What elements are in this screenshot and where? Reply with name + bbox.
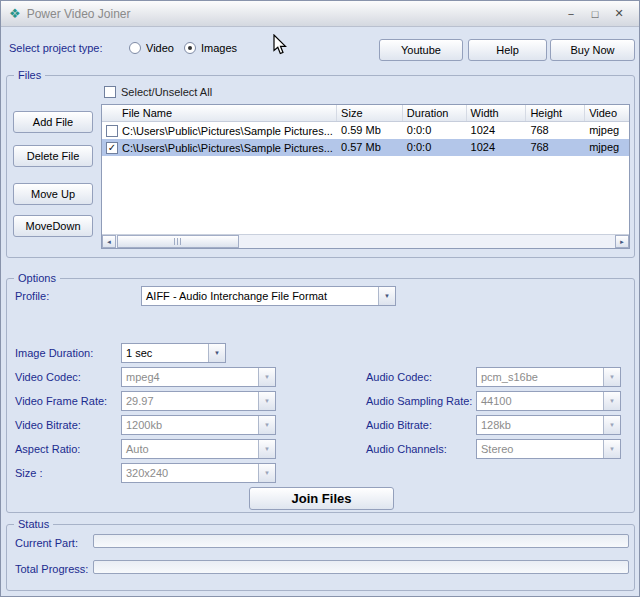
- minimize-button[interactable]: −: [559, 8, 583, 20]
- current-part-label: Current Part:: [15, 537, 78, 549]
- aspect-ratio-value: Auto: [122, 440, 258, 458]
- profile-value: AIFF - Audio Interchange File Format: [142, 287, 378, 305]
- audio-channels-label: Audio Channels:: [366, 443, 447, 455]
- audio-codec-value: pcm_s16be: [477, 368, 603, 386]
- youtube-button[interactable]: Youtube: [379, 39, 463, 61]
- column-header-size[interactable]: Size: [337, 105, 403, 121]
- audio-channels-select: Stereo ▼: [476, 439, 621, 459]
- total-progress-progressbar: [93, 560, 629, 574]
- video-bitrate-select: 1200kb ▼: [121, 415, 276, 435]
- radio-images[interactable]: Images: [184, 41, 237, 55]
- video-codec-cell: mjpeg: [585, 139, 629, 156]
- image-duration-label: Image Duration:: [15, 347, 93, 359]
- file-path-text: C:\Users\Public\Pictures\Sample Pictures…: [122, 140, 333, 156]
- file-path-text: C:\Users\Public\Pictures\Sample Pictures…: [122, 123, 333, 139]
- move-up-button[interactable]: Move Up: [13, 183, 93, 205]
- app-icon: ❖: [9, 6, 21, 21]
- chevron-down-icon: ▼: [258, 464, 275, 482]
- row-checkbox[interactable]: ✓: [106, 125, 118, 137]
- chevron-down-icon: ▼: [603, 392, 620, 410]
- width-cell: 1024: [467, 139, 527, 156]
- audio-bitrate-value: 128kb: [477, 416, 603, 434]
- window-title: Power Video Joiner: [27, 7, 559, 21]
- column-header-height[interactable]: Height: [526, 105, 585, 121]
- video-bitrate-value: 1200kb: [122, 416, 258, 434]
- chevron-down-icon[interactable]: ▼: [208, 344, 225, 362]
- checkbox-icon: ✓: [104, 86, 116, 98]
- size-select: 320x240 ▼: [121, 463, 276, 483]
- audio-sampling-rate-select: 44100 ▼: [476, 391, 621, 411]
- power-video-joiner-window: ❖ Power Video Joiner − □ ✕ Select projec…: [0, 0, 640, 597]
- video-bitrate-label: Video Bitrate:: [15, 419, 81, 431]
- help-button[interactable]: Help: [468, 39, 547, 61]
- audio-codec-label: Audio Codec:: [366, 371, 432, 383]
- size-cell: 0.59 Mb: [337, 122, 403, 139]
- aspect-ratio-select: Auto ▼: [121, 439, 276, 459]
- audio-bitrate-select: 128kb ▼: [476, 415, 621, 435]
- chevron-down-icon[interactable]: ▼: [378, 287, 395, 305]
- titlebar[interactable]: ❖ Power Video Joiner − □ ✕: [1, 1, 639, 27]
- radio-video-label: Video: [146, 42, 174, 54]
- width-cell: 1024: [467, 122, 527, 139]
- h-scrollbar[interactable]: ◄ ►: [102, 234, 629, 248]
- delete-file-button[interactable]: Delete File: [13, 145, 93, 167]
- row-checkbox[interactable]: ✓: [106, 142, 118, 154]
- select-all-label: Select/Unselect All: [121, 86, 212, 98]
- size-cell: 0.57 Mb: [337, 139, 403, 156]
- size-label: Size :: [15, 467, 43, 479]
- column-header-duration[interactable]: Duration: [403, 105, 467, 121]
- select-all-checkbox[interactable]: ✓ Select/Unselect All: [104, 85, 212, 99]
- duration-cell: 0:0:0: [403, 122, 467, 139]
- profile-select[interactable]: AIFF - Audio Interchange File Format ▼: [141, 286, 396, 306]
- chevron-down-icon: ▼: [258, 368, 275, 386]
- status-group-label: Status: [14, 518, 53, 530]
- table-row[interactable]: ✓ C:\Users\Public\Pictures\Sample Pictur…: [102, 139, 629, 156]
- scroll-left-icon[interactable]: ◄: [102, 235, 116, 248]
- image-duration-select[interactable]: 1 sec ▼: [121, 343, 226, 363]
- join-files-button[interactable]: Join Files: [249, 487, 394, 510]
- table-row[interactable]: ✓ C:\Users\Public\Pictures\Sample Pictur…: [102, 122, 629, 139]
- column-header-file-name[interactable]: File Name: [102, 105, 337, 121]
- audio-channels-value: Stereo: [477, 440, 603, 458]
- radio-video[interactable]: Video: [129, 41, 174, 55]
- file-name-cell: ✓ C:\Users\Public\Pictures\Sample Pictur…: [102, 122, 337, 139]
- video-frame-rate-select: 29.97 ▼: [121, 391, 276, 411]
- buy-now-button[interactable]: Buy Now: [550, 39, 635, 61]
- file-name-cell: ✓ C:\Users\Public\Pictures\Sample Pictur…: [102, 139, 337, 156]
- checkmark-icon: ✓: [108, 143, 116, 153]
- scrollbar-thumb[interactable]: [117, 235, 239, 248]
- maximize-button[interactable]: □: [583, 8, 607, 20]
- audio-sampling-rate-label: Audio Sampling Rate:: [366, 395, 472, 407]
- height-cell: 768: [526, 139, 585, 156]
- move-down-button[interactable]: MoveDown: [13, 215, 93, 237]
- profile-label: Profile:: [15, 290, 49, 302]
- video-codec-select: mpeg4 ▼: [121, 367, 276, 387]
- aspect-ratio-label: Aspect Ratio:: [15, 443, 80, 455]
- video-codec-label: Video Codec:: [15, 371, 81, 383]
- file-table: File Name Size Duration Width Height Vid…: [101, 104, 630, 249]
- chevron-down-icon: ▼: [603, 416, 620, 434]
- audio-bitrate-label: Audio Bitrate:: [366, 419, 432, 431]
- file-table-header: File Name Size Duration Width Height Vid…: [102, 105, 629, 122]
- mouse-cursor: [273, 34, 291, 56]
- chevron-down-icon: ▼: [603, 368, 620, 386]
- radio-circle-icon: [129, 42, 141, 54]
- video-codec-cell: mjpeg: [585, 122, 629, 139]
- video-frame-rate-label: Video Frame Rate:: [15, 395, 107, 407]
- close-button[interactable]: ✕: [607, 7, 631, 20]
- video-frame-rate-value: 29.97: [122, 392, 258, 410]
- video-codec-value: mpeg4: [122, 368, 258, 386]
- audio-sampling-rate-value: 44100: [477, 392, 603, 410]
- height-cell: 768: [526, 122, 585, 139]
- chevron-down-icon: ▼: [258, 416, 275, 434]
- radio-dot-icon: [188, 46, 192, 50]
- column-header-video[interactable]: Video: [585, 105, 629, 121]
- grip-icon: [174, 238, 182, 245]
- chevron-down-icon: ▼: [603, 440, 620, 458]
- column-header-width[interactable]: Width: [467, 105, 527, 121]
- scroll-right-icon[interactable]: ►: [615, 235, 629, 248]
- total-progress-label: Total Progress:: [15, 563, 88, 575]
- add-file-button[interactable]: Add File: [13, 111, 93, 133]
- options-group-label: Options: [14, 272, 60, 284]
- chevron-down-icon: ▼: [258, 440, 275, 458]
